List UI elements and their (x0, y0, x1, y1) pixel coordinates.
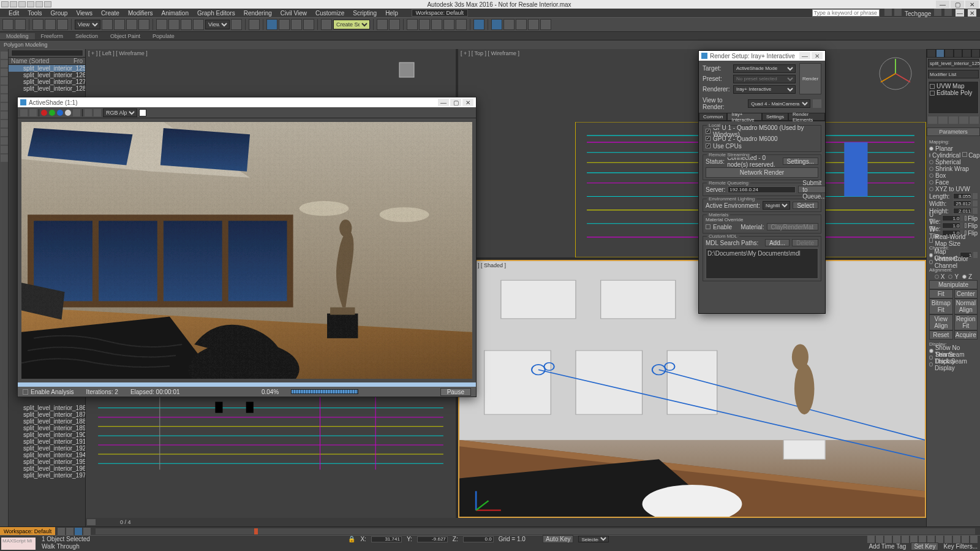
ribbon-tab-modeling[interactable]: Modeling (0, 33, 35, 39)
menu-tools[interactable]: Tools (28, 10, 42, 17)
rs-tab-common[interactable]: Common (699, 113, 727, 121)
y-input[interactable] (417, 536, 448, 542)
show-end-result-icon[interactable] (938, 116, 948, 124)
ribbon-minimize-button[interactable]: — (956, 9, 964, 17)
viewalign-button[interactable]: View Align (929, 314, 953, 330)
setkey-button[interactable]: Set Key (911, 542, 938, 550)
undo-icon[interactable] (2, 19, 13, 30)
workspace-status[interactable]: Workspace: Default (0, 527, 55, 535)
material-slot-button[interactable]: ClayRenderMat (767, 223, 819, 230)
filter-helpers-icon[interactable] (1, 103, 8, 110)
menu-grapheditors[interactable]: Graph Editors (197, 10, 235, 17)
ribbon-tab-freeform[interactable]: Freeform (35, 33, 70, 39)
fov-icon[interactable] (944, 536, 952, 543)
width-input[interactable] (953, 200, 971, 207)
status-icon[interactable] (66, 528, 74, 535)
menu-rendering[interactable]: Rendering (244, 10, 272, 17)
filter-spacewarps-icon[interactable] (1, 112, 8, 119)
rendered-frame-icon[interactable] (503, 19, 514, 30)
acquire-button[interactable]: Acquire (954, 330, 978, 340)
uflip-checkbox[interactable] (965, 216, 967, 221)
align-x-radio[interactable] (935, 275, 939, 279)
link-icon[interactable] (32, 19, 43, 30)
menu-customize[interactable]: Customize (315, 10, 344, 17)
select-manipulate-icon[interactable] (249, 19, 260, 30)
snap-toggle-icon[interactable] (266, 19, 277, 30)
rs-minimize-button[interactable]: — (799, 52, 810, 59)
select-icon[interactable] (102, 19, 113, 30)
channel-green-icon[interactable] (49, 110, 55, 116)
viewcube-icon[interactable] (394, 58, 419, 82)
z-input[interactable] (463, 536, 494, 542)
material-editor-icon[interactable] (473, 19, 484, 30)
ribbon-panel-label[interactable]: Polygon Modeling (4, 42, 48, 48)
bg-color-swatch[interactable] (139, 109, 146, 116)
viewport-perspective[interactable]: ective ] [ Shaded ] (458, 260, 926, 518)
menu-civilview[interactable]: Civil View (281, 10, 307, 17)
env-select[interactable]: NightIBL (763, 201, 790, 210)
stack-toggle-icon[interactable] (930, 84, 935, 89)
scene-col-name[interactable]: Name (Sorted Ascending) (11, 58, 74, 64)
prev-frame-icon[interactable] (876, 536, 883, 543)
spinner-icon[interactable] (973, 200, 978, 207)
regionfit-button[interactable]: Region Fit (954, 314, 978, 330)
reset-button[interactable]: Reset (929, 330, 953, 340)
fit-button[interactable]: Fit (929, 289, 953, 298)
as-region-icon[interactable] (20, 109, 28, 116)
qat-redo-icon[interactable] (44, 1, 51, 7)
remove-modifier-icon[interactable] (959, 116, 968, 124)
render-iterative-icon[interactable] (528, 19, 539, 30)
as-minimize-button[interactable]: — (438, 99, 449, 106)
enable-override-checkbox[interactable] (706, 224, 710, 229)
next-frame-icon[interactable] (893, 536, 900, 543)
spinner-icon[interactable] (973, 193, 978, 199)
align-y-radio[interactable] (948, 275, 952, 279)
layers-icon[interactable] (407, 19, 418, 30)
curves-editor-icon[interactable] (431, 19, 442, 30)
display-tab-icon[interactable] (962, 49, 971, 58)
as-maximize-button[interactable]: ▢ (450, 99, 461, 106)
env-select-button[interactable]: Select (793, 202, 818, 209)
as-clone-icon[interactable] (85, 109, 92, 116)
server-input[interactable] (728, 186, 796, 193)
manipulate-button[interactable]: Manipulate (929, 280, 978, 289)
filter-xrefs-icon[interactable] (1, 129, 8, 136)
ribbon-tab-objectpaint[interactable]: Object Paint (104, 33, 146, 39)
edit-selection-set-icon[interactable] (321, 19, 332, 30)
timeline-start-icon[interactable] (87, 519, 96, 525)
scene-search-input[interactable] (11, 50, 83, 56)
maximize-viewport-icon[interactable] (970, 536, 978, 543)
mdl-paths-list[interactable]: D:\Documents\My Documents\mdl (706, 248, 818, 279)
pivot-icon[interactable] (231, 19, 242, 30)
motion-tab-icon[interactable] (954, 49, 963, 58)
display-none-icon[interactable] (1, 60, 8, 67)
mdl-delete-button[interactable]: Delete (792, 239, 818, 246)
play-icon[interactable] (884, 536, 892, 543)
x-input[interactable] (371, 536, 402, 542)
qat-new-icon[interactable] (10, 1, 17, 7)
viewport-label[interactable]: [ + ] [ Top ] [ Wireframe ] (461, 50, 519, 56)
angle-snap-icon[interactable] (279, 19, 290, 30)
menu-views[interactable]: Views (76, 10, 92, 17)
vertexcolor-radio[interactable] (929, 260, 933, 264)
target-select[interactable]: ActiveShade Mode (733, 64, 796, 73)
filter-groups-icon[interactable] (1, 120, 8, 127)
menu-edit[interactable]: Edit (9, 10, 19, 17)
filter-lights-icon[interactable] (1, 86, 8, 93)
filter-geometry-icon[interactable] (1, 69, 8, 76)
layer-explorer-icon[interactable] (419, 19, 430, 30)
menu-help[interactable]: Help (385, 10, 398, 17)
spinner-icon[interactable] (962, 222, 962, 229)
dopesheet-icon[interactable] (443, 19, 454, 30)
gpu2-checkbox[interactable]: ✓ (706, 136, 710, 141)
channel-blue-icon[interactable] (57, 110, 63, 116)
scale-icon[interactable] (181, 19, 192, 30)
move-icon[interactable] (156, 19, 167, 30)
spinner-snap-icon[interactable] (303, 19, 314, 30)
realworld-checkbox[interactable] (929, 238, 933, 243)
length-input[interactable] (953, 193, 971, 199)
render-production-icon[interactable] (516, 19, 527, 30)
make-unique-icon[interactable] (949, 116, 958, 124)
height-input[interactable] (953, 208, 971, 214)
ribbon-close-button[interactable]: ✕ (968, 9, 976, 17)
